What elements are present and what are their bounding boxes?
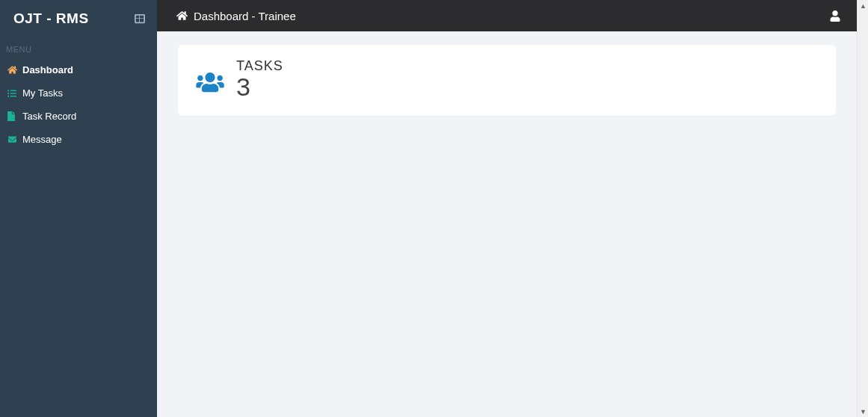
brand-title: OJT - RMS xyxy=(13,10,89,27)
scrollbar[interactable]: ▲ ▼ xyxy=(857,0,868,417)
grid-icon[interactable] xyxy=(135,13,145,24)
sidebar-item-message[interactable]: Message xyxy=(0,128,157,151)
sidebar-item-task-record[interactable]: Task Record xyxy=(0,105,157,128)
list-icon xyxy=(7,89,18,98)
topbar: Dashboard - Trainee xyxy=(157,0,857,31)
sidebar-item-label: Message xyxy=(22,134,62,145)
sidebar: OJT - RMS MENU Dashboard My Tasks Task R… xyxy=(0,0,157,417)
card-body: TASKS 3 xyxy=(236,58,283,99)
file-icon xyxy=(7,111,18,121)
sidebar-item-label: Dashboard xyxy=(22,64,73,75)
card-value: 3 xyxy=(236,74,283,99)
sidebar-item-dashboard[interactable]: Dashboard xyxy=(0,58,157,81)
menu-heading: MENU xyxy=(0,37,157,58)
content-area: TASKS 3 xyxy=(157,31,857,417)
card-title: TASKS xyxy=(236,58,283,74)
topbar-left: Dashboard - Trainee xyxy=(176,10,296,22)
scroll-up-icon[interactable]: ▲ xyxy=(858,0,868,11)
page-title: Dashboard - Trainee xyxy=(194,10,296,22)
tasks-card[interactable]: TASKS 3 xyxy=(178,45,836,116)
sidebar-item-label: Task Record xyxy=(22,111,76,122)
home-icon xyxy=(7,65,18,75)
users-icon xyxy=(194,65,226,93)
envelope-icon xyxy=(7,135,18,143)
scroll-down-icon[interactable]: ▼ xyxy=(858,406,868,417)
sidebar-header: OJT - RMS xyxy=(0,0,157,37)
main-area: Dashboard - Trainee TASKS 3 xyxy=(157,0,857,417)
sidebar-item-my-tasks[interactable]: My Tasks xyxy=(0,81,157,105)
user-icon[interactable] xyxy=(830,10,840,22)
home-icon xyxy=(176,10,188,21)
sidebar-item-label: My Tasks xyxy=(22,87,63,99)
